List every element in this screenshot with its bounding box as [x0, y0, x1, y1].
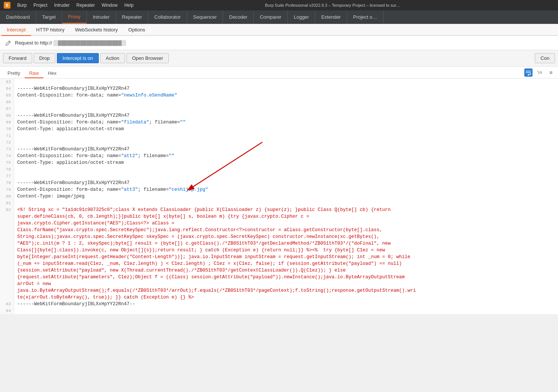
- nav-tab-repeater[interactable]: Repeater: [116, 10, 148, 24]
- menu-burp[interactable]: Burp: [17, 3, 27, 8]
- code-line: {request.setAttribute("parameters", C1ez…: [0, 274, 558, 281]
- line-number: 83: [0, 301, 14, 307]
- line-content: Content-Type: image/jpeg: [14, 193, 558, 200]
- line-number: [0, 233, 14, 240]
- nav-tab-logger[interactable]: Logger: [288, 10, 315, 24]
- code-line: 63: [0, 79, 558, 85]
- code-line: 82<%! String xc = "1a1dc91c907325c6";cla…: [0, 206, 558, 213]
- nav-tab-target[interactable]: Target: [36, 10, 62, 24]
- nav-tab-project[interactable]: Project o…: [347, 10, 383, 24]
- line-number: [0, 274, 14, 281]
- code-line: 73------WebKitFormBoundaryjIBLXxHpYY22Rn…: [0, 146, 558, 153]
- line-content: [14, 200, 558, 206]
- code-line: 65Content-Disposition: form-data; name="…: [0, 92, 558, 99]
- nav-tab-comparer[interactable]: Comparer: [254, 10, 288, 24]
- menu-project[interactable]: Project: [33, 3, 47, 8]
- code-line: super.defineClass(cb, 0, cb.length);}]pu…: [0, 213, 558, 220]
- view-tab-pretty[interactable]: Pretty: [3, 69, 25, 78]
- nav-tab-intruder[interactable]: Intruder: [87, 10, 116, 24]
- line-number: 67: [0, 105, 14, 112]
- menu-icon[interactable]: ≡: [547, 68, 555, 77]
- line-content: {request.setAttribute("parameters", C1ez…: [14, 274, 558, 281]
- line-content: ------WebKitFormBoundaryjIBLXxHpYY22Rn47: [14, 146, 558, 153]
- window-title: Burp Suite Professional v2022.9.3 – Temp…: [265, 3, 400, 7]
- code-line: 76: [0, 166, 558, 173]
- line-content: ------WebKitFormBoundaryjIBLXxHpYY22Rn47…: [14, 301, 558, 307]
- line-content: [14, 105, 558, 112]
- code-line: Class[]{byte[].class}).invoke(c, new Obj…: [0, 247, 558, 254]
- line-content: Class[]{byte[].class}).invoke(c, new Obj…: [14, 247, 558, 254]
- sub-tab-websockets-history[interactable]: WebSockets history: [70, 24, 123, 36]
- line-content: Class.forName("javax.crypto.spec.SecretK…: [14, 227, 558, 233]
- code-line: 69Content-Disposition: form-data; name="…: [0, 119, 558, 126]
- menu-intruder[interactable]: Intruder: [54, 3, 70, 8]
- nav-tab-proxy[interactable]: Proxy: [62, 10, 87, 24]
- line-number: [0, 254, 14, 260]
- line-content: String.class);javax.crypto.spec.SecretKe…: [14, 233, 558, 240]
- sub-tab-options[interactable]: Options: [123, 24, 150, 36]
- line-content: arrOut = new: [14, 281, 558, 287]
- intercept-button[interactable]: Intercept is on: [57, 53, 99, 63]
- wrap-icon[interactable]: [524, 68, 533, 77]
- line-content: ------WebKitFormBoundaryjIBLXxHpYY22Rn47: [14, 180, 558, 186]
- line-number: [0, 281, 14, 287]
- open-browser-button[interactable]: Open Browser: [126, 53, 169, 63]
- line-content: Content-Disposition: form-data; name="at…: [14, 153, 558, 159]
- code-line: arrOut = new: [0, 281, 558, 287]
- sub-tab-http-history[interactable]: HTTP history: [31, 24, 70, 36]
- conn-button[interactable]: Con: [535, 53, 555, 63]
- code-area[interactable]: 6364------WebKitFormBoundaryjIBLXxHpYY22…: [0, 79, 558, 314]
- nav-tab-dashboard[interactable]: Dashboard: [0, 10, 36, 24]
- code-wrapper: 6364------WebKitFormBoundaryjIBLXxHpYY22…: [0, 79, 558, 314]
- line-content: [14, 99, 558, 105]
- code-line: te(x(arrOut.toByteArray(), true)); }} ca…: [0, 294, 558, 301]
- menu-window[interactable]: Window: [101, 3, 118, 8]
- line-number: 66: [0, 99, 14, 105]
- code-line: 70Content-Type: application/octet-stream: [0, 126, 558, 132]
- code-line: 74Content-Disposition: form-data; name="…: [0, 153, 558, 159]
- nav-tab-collaborator[interactable]: Collaborator: [148, 10, 187, 24]
- menu-help[interactable]: Help: [124, 3, 134, 8]
- view-tab-hex[interactable]: Hex: [43, 69, 61, 78]
- line-number: 64: [0, 85, 14, 92]
- forward-button[interactable]: Forward: [3, 53, 32, 63]
- drop-button[interactable]: Drop: [34, 53, 55, 63]
- title-bar: B Burp Project Intruder Repeater Window …: [0, 0, 558, 10]
- line-content: [14, 307, 558, 314]
- code-line: 68------WebKitFormBoundaryjIBLXxHpYY22Rn…: [0, 112, 558, 119]
- code-line: javax.crypto.Cipher.getInstance("AES");C…: [0, 220, 558, 227]
- line-content: Content-Disposition: form-data; name="at…: [14, 186, 558, 193]
- line-number: 77: [0, 173, 14, 180]
- code-line: "AES");c.init(m ? 1 : 2, skeySpec);byte[…: [0, 240, 558, 247]
- action-button[interactable]: Action: [100, 53, 125, 63]
- line-number: 80: [0, 193, 14, 200]
- line-number: 82: [0, 206, 14, 213]
- line-content: java.io.ByteArrayOutputStream();f.equals…: [14, 287, 558, 294]
- line-content: ------WebKitFormBoundaryjIBLXxHpYY22Rn47: [14, 85, 558, 92]
- code-line: 64------WebKitFormBoundaryjIBLXxHpYY22Rn…: [0, 85, 558, 92]
- line-number: 70: [0, 126, 14, 132]
- line-content: {session.setAttribute("payload", new X(T…: [14, 267, 558, 274]
- line-content: Content-Disposition: form-data; name="fi…: [14, 119, 558, 126]
- sub-tab-intercept[interactable]: Intercept: [1, 24, 31, 36]
- code-line: java.io.ByteArrayOutputStream();f.equals…: [0, 287, 558, 294]
- nav-tab-extender[interactable]: Extender: [315, 10, 347, 24]
- menu-repeater[interactable]: Repeater: [76, 3, 95, 8]
- line-content: [14, 139, 558, 146]
- nav-tab-decoder[interactable]: Decoder: [223, 10, 254, 24]
- line-number: 76: [0, 166, 14, 173]
- line-content: [14, 173, 558, 180]
- view-tab-raw[interactable]: Raw: [25, 69, 43, 78]
- code-line: 80Content-Type: image/jpeg: [0, 193, 558, 200]
- nav-tab-sequencer[interactable]: Sequencer: [187, 10, 223, 24]
- line-number: 81: [0, 200, 14, 206]
- line-content: Content-Type: application/octet-stream: [14, 126, 558, 132]
- line-content: [14, 166, 558, 173]
- line-content: javax.crypto.Cipher.getInstance("AES");C…: [14, 220, 558, 227]
- line-number: [0, 247, 14, 254]
- line-content: [14, 79, 558, 85]
- line-number: [0, 240, 14, 247]
- line-content: Content-Type: application/octet-stream: [14, 159, 558, 166]
- newline-icon[interactable]: \n: [536, 68, 544, 77]
- code-line: byte[Integer.parseInt(request.getHeader(…: [0, 254, 558, 260]
